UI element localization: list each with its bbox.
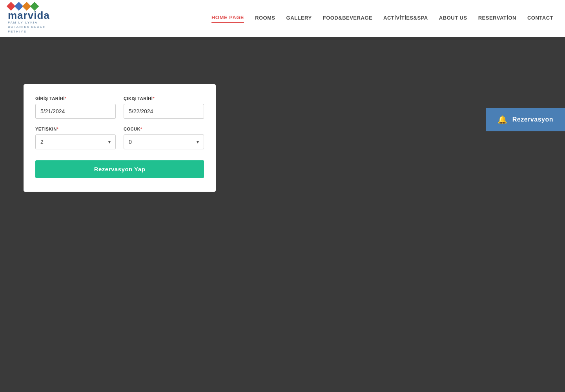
checkout-label: ÇIKIŞ TARİHİ*: [124, 96, 204, 101]
child-select[interactable]: 0 1 2 3 4 5 6: [124, 134, 204, 149]
adult-select[interactable]: 0 1 2 3 4 5 6: [35, 134, 116, 149]
logo-diamonds: [8, 3, 38, 9]
nav-gallery[interactable]: GALLERY: [286, 15, 312, 22]
nav-activities-spa[interactable]: ACTİVİTİES&SPA: [383, 15, 428, 22]
checkin-label: GİRİŞ TARİHİ*: [35, 96, 116, 101]
checkin-group: GİRİŞ TARİHİ*: [35, 96, 116, 119]
adult-label: Yetişkin*: [35, 127, 116, 131]
logo[interactable]: marvida FAMILY LYKIA BOTANIKA BEACH FETH…: [8, 3, 50, 34]
logo-sub3: FETHİYE: [8, 29, 27, 34]
bell-icon: 🔔: [498, 115, 508, 124]
nav-about-us[interactable]: ABOUT US: [439, 15, 467, 22]
child-required: *: [140, 127, 142, 131]
checkin-required: *: [65, 96, 67, 101]
adult-group: Yetişkin* 0 1 2 3 4 5 6 ▼: [35, 127, 116, 149]
child-group: Çocuk* 0 1 2 3 4 5 6 ▼: [124, 127, 204, 149]
nav-rooms[interactable]: ROOMS: [255, 15, 275, 22]
booking-card: GİRİŞ TARİHİ* ÇIKIŞ TARİHİ* Yetişkin* 0: [24, 84, 216, 192]
main-content: GİRİŞ TARİHİ* ÇIKIŞ TARİHİ* Yetişkin* 0: [0, 37, 565, 392]
checkout-group: ÇIKIŞ TARİHİ*: [124, 96, 204, 119]
logo-sub1: FAMILY LYKIA: [8, 20, 38, 25]
date-row: GİRİŞ TARİHİ* ÇIKIŞ TARİHİ*: [35, 96, 204, 119]
adult-required: *: [57, 127, 59, 131]
logo-sub2: BOTANIKA BEACH: [8, 25, 46, 29]
nav-reservation[interactable]: RESERVATİON: [478, 15, 516, 22]
child-label: Çocuk*: [124, 127, 204, 131]
side-rezervasyon-label: Rezervasyon: [512, 116, 553, 123]
nav-contact[interactable]: CONTACT: [527, 15, 553, 22]
logo-brand: marvida: [8, 10, 50, 20]
checkout-required: *: [153, 96, 155, 101]
side-rezervasyon-button[interactable]: 🔔 Rezervasyon: [486, 108, 565, 131]
rezervasyon-yap-button[interactable]: Rezervasyon Yap: [35, 160, 204, 178]
nav-home-page[interactable]: HOME PAGE: [211, 15, 244, 23]
checkout-input[interactable]: [124, 104, 204, 119]
main-nav: HOME PAGE ROOMS GALLERY FOOD&BEVERAGE AC…: [211, 15, 553, 23]
nav-food-beverage[interactable]: FOOD&BEVERAGE: [323, 15, 372, 22]
site-header: marvida FAMILY LYKIA BOTANIKA BEACH FETH…: [0, 0, 565, 37]
child-select-wrapper: 0 1 2 3 4 5 6 ▼: [124, 134, 204, 149]
checkin-input[interactable]: [35, 104, 116, 119]
guests-row: Yetişkin* 0 1 2 3 4 5 6 ▼: [35, 127, 204, 149]
adult-select-wrapper: 0 1 2 3 4 5 6 ▼: [35, 134, 116, 149]
